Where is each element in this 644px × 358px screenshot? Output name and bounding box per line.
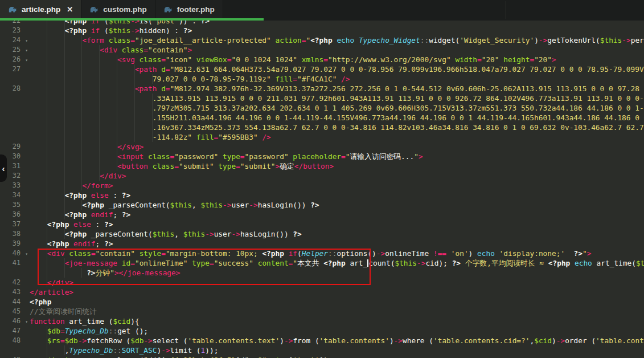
code-text[interactable]: $rs=$db->fetchRow ($db->select ('table.c… xyxy=(30,336,644,345)
code-token: -> xyxy=(161,346,170,355)
code-text[interactable]: ,Typecho_Db::SORT_ASC)->limit (1)); xyxy=(30,345,644,355)
gutter-line-number[interactable]: 29 xyxy=(0,142,30,152)
gutter-line-number[interactable]: 25▾ xyxy=(0,45,30,55)
gutter-line-number[interactable]: 28 xyxy=(0,84,30,93)
code-text[interactable]: <?php else : ?> xyxy=(30,219,644,229)
close-icon[interactable]: ✕ xyxy=(67,5,73,14)
gutter-line-number[interactable]: 37 xyxy=(0,219,30,229)
code-text[interactable]: <?php if ($this->hidden) : ?> xyxy=(30,26,644,35)
gutter-line-number[interactable]: 42 xyxy=(0,278,30,287)
code-text[interactable]: //文章阅读时间统计 xyxy=(30,307,644,316)
code-token: art_ xyxy=(346,259,368,267)
gutter-line-number[interactable]: 36 xyxy=(0,210,30,219)
gutter-line-number[interactable]: 44 xyxy=(0,297,30,307)
code-text[interactable]: $text = preg_replace ("/([A-{4e00}-)-{9f… xyxy=(30,355,644,358)
code-token: 79.027 0 0 0-78.95-79.119z" xyxy=(153,75,271,83)
code-line-row: 23<?php if ($this->hidden) : ?> xyxy=(0,26,644,35)
tab-footer-php[interactable]: footer.php xyxy=(155,0,223,19)
code-text[interactable]: </div> xyxy=(30,171,644,181)
code-text[interactable]: .155H211.03a44.196 44.196 0 0 1-44.119-4… xyxy=(30,113,644,123)
code-text[interactable]: 79.027 0 0 0-78.95-79.119z" fill="#F4CA1… xyxy=(30,74,644,84)
code-token: = xyxy=(166,65,170,74)
gutter-line-number[interactable]: 34 xyxy=(0,190,30,200)
fold-marker-icon[interactable]: ▾ xyxy=(25,249,28,259)
gutter-line-number[interactable]: 45 xyxy=(0,307,30,316)
code-text[interactable]: function art_time ($cid){ xyxy=(30,316,644,326)
code-line-row: 79.027 0 0 0-78.95-79.119z" fill="#F4CA1… xyxy=(0,74,644,84)
code-text[interactable]: <?php xyxy=(30,297,644,307)
code-text[interactable]: </svg> xyxy=(30,142,644,152)
code-text[interactable]: </article> xyxy=(30,287,644,297)
gutter-line-number[interactable] xyxy=(0,345,30,355)
code-line-row: 43</article> xyxy=(0,287,644,297)
code-text[interactable]: .33A113.915 113.915 0 0 0 211.031 977.92… xyxy=(30,93,644,103)
code-token: -> xyxy=(231,230,240,238)
panel-collapse-toggle[interactable]: ‹ xyxy=(0,154,7,182)
code-text[interactable]: <path d="M812.631 664.064H373.54a79.027 … xyxy=(30,64,644,74)
code-text[interactable]: </div> xyxy=(30,278,644,287)
gutter-line-number[interactable]: 26▾ xyxy=(0,55,30,64)
code-text[interactable]: <input class="password" type="password" … xyxy=(30,152,644,161)
gutter-line-number[interactable]: 33 xyxy=(0,181,30,190)
code-token: -> xyxy=(143,336,152,345)
gutter-line-number[interactable]: 46▾ xyxy=(0,316,30,326)
code-text[interactable]: <joe-message id="onlineTime" type="succe… xyxy=(30,258,644,268)
code-text[interactable]: -114.82z" fill="#595BB3" /> xyxy=(30,132,644,142)
indent-guides xyxy=(30,161,117,171)
code-text[interactable]: <button class="submit" type="submit">确定<… xyxy=(30,161,644,171)
gutter-line-number[interactable] xyxy=(0,113,30,123)
indent-guides xyxy=(30,35,82,45)
fold-marker-icon[interactable]: ▾ xyxy=(25,36,28,46)
code-text[interactable]: <?php _parseContent($this, $this->user->… xyxy=(30,200,644,210)
code-text[interactable]: <?php _parseContent($this, $this->user->… xyxy=(30,229,644,239)
code-token: 'table.contents.text' xyxy=(187,336,280,345)
gutter-line-number[interactable]: 27 xyxy=(0,64,30,74)
code-text[interactable]: <svg class="icon" viewBox="0 0 1024 1024… xyxy=(30,55,644,64)
code-text[interactable]: <div class="contain" style="margin-botto… xyxy=(30,249,644,258)
code-text[interactable]: <path d="M812.974 382.976h-32.369V313.37… xyxy=(30,84,644,93)
gutter-line-number[interactable]: 47 xyxy=(0,326,30,336)
fold-marker-icon[interactable]: ▾ xyxy=(25,46,28,55)
code-text[interactable]: <form class="joe_detail__article-protect… xyxy=(30,35,644,45)
code-text[interactable]: $db=Typecho_Db::get (); xyxy=(30,326,644,336)
code-text[interactable]: <?php else : ?> xyxy=(30,190,644,200)
gutter-line-number[interactable]: 40▾ xyxy=(0,249,30,258)
gutter-line-number[interactable]: 35 xyxy=(0,200,30,210)
chevron-left-icon: ‹ xyxy=(2,164,5,173)
gutter-line-number[interactable]: 43 xyxy=(0,287,30,297)
gutter-line-number[interactable]: 48 xyxy=(0,336,30,345)
indent-guides xyxy=(30,326,47,336)
tab-custom-php[interactable]: custom.php xyxy=(81,0,155,19)
code-text[interactable]: <?php endif; ?> xyxy=(30,210,644,219)
code-token: cid); xyxy=(425,259,452,267)
code-token: /> xyxy=(262,133,270,141)
code-token: hasLogin()) xyxy=(258,201,310,209)
gutter-line-number[interactable] xyxy=(0,93,30,103)
code-text[interactable]: ?>分钟"></joe-message> xyxy=(30,268,644,278)
gutter-line-number[interactable] xyxy=(0,132,30,142)
fold-marker-icon[interactable]: ▾ xyxy=(25,317,28,327)
tab-label: footer.php xyxy=(177,5,215,14)
gutter-line-number[interactable]: 41 xyxy=(0,258,30,268)
gutter-line-number[interactable]: 39 xyxy=(0,239,30,249)
code-text[interactable]: .16v367.334zM525.373 554.138a62.7 62.7 0… xyxy=(30,123,644,132)
code-text[interactable]: </form> xyxy=(30,181,644,190)
code-token: d xyxy=(157,65,165,74)
fold-marker-icon[interactable]: ▾ xyxy=(25,55,28,65)
gutter-line-number[interactable] xyxy=(0,74,30,84)
code-editor: 22<?php if ($this->is('post')) : ?>23<?p… xyxy=(0,0,644,358)
code-text[interactable]: <?php endif; ?> xyxy=(30,239,644,249)
code-text[interactable]: <div class="contain"> xyxy=(30,45,644,55)
gutter-line-number[interactable] xyxy=(0,103,30,113)
gutter-line-number[interactable] xyxy=(0,123,30,132)
code-area[interactable]: 22<?php if ($this->is('post')) : ?>23<?p… xyxy=(0,16,644,358)
gutter-line-number[interactable]: 38 xyxy=(0,229,30,239)
code-token: ></joe-message> xyxy=(114,268,181,277)
gutter-line-number[interactable]: 24▾ xyxy=(0,35,30,45)
gutter-line-number[interactable]: 23 xyxy=(0,26,30,35)
gutter-line-number[interactable]: 49 xyxy=(0,355,30,358)
tab-article-php[interactable]: article.php ✕ xyxy=(0,0,81,19)
code-text[interactable]: .797zM305.715 313.37a202.634 202.634 0 1… xyxy=(30,103,644,113)
code-token: ){ xyxy=(130,317,139,326)
gutter-line-number[interactable] xyxy=(0,268,30,278)
